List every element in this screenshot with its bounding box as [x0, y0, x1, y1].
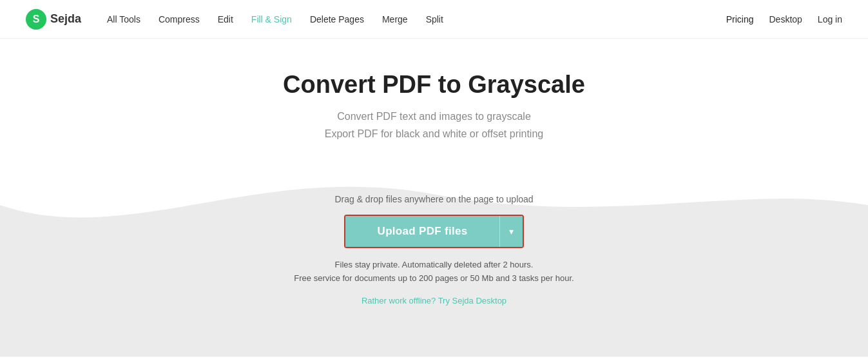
privacy-text-line2: Free service for documents up to 200 pag…	[294, 272, 574, 286]
nav-compress[interactable]: Compress	[159, 14, 200, 24]
nav-desktop[interactable]: Desktop	[769, 14, 802, 24]
drag-drop-label: Drag & drop files anywhere on the page t…	[334, 194, 533, 204]
logo-name: Sejda	[50, 12, 81, 26]
upload-pdf-button[interactable]: Upload PDF files	[345, 216, 500, 247]
nav-links-left: All Tools Compress Edit Fill & Sign Dele…	[107, 14, 726, 24]
nav-pricing[interactable]: Pricing	[726, 14, 754, 24]
privacy-info: Files stay private. Automatically delete…	[294, 258, 574, 286]
nav-all-tools[interactable]: All Tools	[107, 14, 140, 24]
nav-links-right: Pricing Desktop Log in	[726, 14, 842, 24]
upload-dropdown-button[interactable]: ▾	[499, 216, 523, 247]
offline-desktop-link[interactable]: Rather work offline? Try Sejda Desktop	[362, 296, 506, 306]
nav-edit[interactable]: Edit	[218, 14, 233, 24]
upload-section: Drag & drop files anywhere on the page t…	[0, 162, 868, 357]
page-title: Convert PDF to Grayscale	[13, 71, 855, 99]
nav-fill-sign[interactable]: Fill & Sign	[251, 14, 292, 24]
logo-icon: S	[26, 9, 46, 30]
logo-link[interactable]: S Sejda	[26, 9, 81, 30]
hero-subtitle: Convert PDF text and images to grayscale…	[13, 108, 855, 142]
nav-delete-pages[interactable]: Delete Pages	[310, 14, 364, 24]
nav-split[interactable]: Split	[426, 14, 443, 24]
upload-button-group: Upload PDF files ▾	[344, 215, 525, 248]
nav-login[interactable]: Log in	[818, 14, 842, 24]
privacy-text-line1: Files stay private. Automatically delete…	[294, 258, 574, 272]
dropdown-arrow-icon: ▾	[509, 226, 514, 237]
wave-content: Drag & drop files anywhere on the page t…	[0, 162, 868, 306]
hero-section: Convert PDF to Grayscale Convert PDF tex…	[0, 39, 868, 142]
navbar: S Sejda All Tools Compress Edit Fill & S…	[0, 0, 868, 39]
nav-merge[interactable]: Merge	[382, 14, 408, 24]
